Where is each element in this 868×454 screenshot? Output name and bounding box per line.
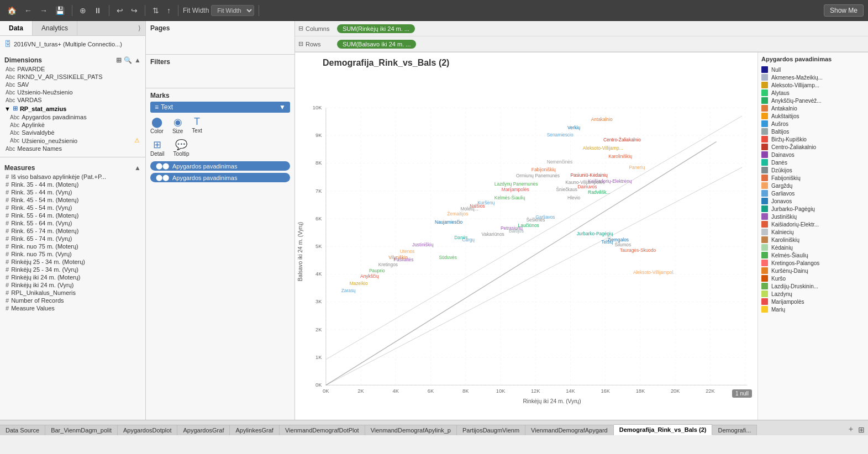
meas-rink65-mot[interactable]: # Rink. 65 - 74 m. (Moterų) bbox=[4, 227, 141, 235]
legend-item[interactable]: Marių bbox=[761, 305, 865, 313]
dim-PAVARDE[interactable]: Abc PAVARDE bbox=[4, 65, 141, 73]
legend-item[interactable]: Marijampolės bbox=[761, 298, 865, 305]
undo-button[interactable]: ↩ bbox=[114, 5, 126, 16]
legend-item[interactable]: Lazdijų-Druskinin... bbox=[761, 282, 865, 290]
dim-uzsienio-neuz[interactable]: Abc Užsienio_neužsienio ⚠ bbox=[9, 136, 141, 145]
meas-isviso[interactable]: # Iš viso balsavo apylinkėje (Pat.+P... bbox=[4, 173, 141, 181]
redo-button[interactable]: ↪ bbox=[128, 5, 140, 16]
grid-icon[interactable]: ⊞ bbox=[116, 56, 122, 64]
bottom-tab[interactable]: VienmandDemografApygard bbox=[525, 425, 614, 435]
legend-item[interactable]: Lazdynų bbox=[761, 290, 865, 298]
bottom-tab[interactable]: Demografija_Rink_vs_Bals (2) bbox=[614, 424, 713, 435]
legend-item[interactable]: Jonavos bbox=[761, 197, 865, 205]
legend-item[interactable]: Dzūkijos bbox=[761, 166, 865, 174]
legend-item[interactable]: Biržų-Kupiškio bbox=[761, 135, 865, 143]
dimensions-header-icons[interactable]: ⊞ 🔍 ▲ bbox=[116, 56, 141, 64]
meas-rink45-mot[interactable]: # Rink. 45 - 54 m. (Moterų) bbox=[4, 196, 141, 204]
add-datasource-button[interactable]: ⊕ bbox=[77, 5, 89, 16]
rows-pill[interactable]: SUM(Balsavo iki 24 m. ... bbox=[337, 40, 416, 49]
meas-rink55-mot[interactable]: # Rink. 55 - 64 m. (Moterų) bbox=[4, 212, 141, 219]
legend-item[interactable]: Antakalnio bbox=[761, 104, 865, 112]
bottom-tab[interactable]: Data Source bbox=[0, 425, 45, 435]
dim-savivaldybe[interactable]: Abc Savivaldybė bbox=[9, 129, 141, 136]
dim-RKND[interactable]: Abc RKND_V_AR_ISSIKELE_PATS bbox=[4, 73, 141, 81]
add-sheet-icon[interactable]: ＋ bbox=[846, 423, 856, 435]
legend-item[interactable]: Karoliniškių bbox=[761, 236, 865, 244]
legend-item[interactable]: Garliavos bbox=[761, 189, 865, 197]
legend-item[interactable]: Kalniecių bbox=[761, 228, 865, 236]
marks-size-item[interactable]: ◉ Size bbox=[172, 116, 183, 134]
bottom-tab[interactable]: ApylinkesGraf bbox=[230, 425, 279, 435]
meas-rink-nuo75-mot[interactable]: # Rink. nuo 75 m. (Moterų) bbox=[4, 242, 141, 250]
dim-measure-names[interactable]: Abc Measure Names bbox=[4, 145, 141, 152]
legend-item[interactable]: Kuršo bbox=[761, 274, 865, 282]
dim-apylinke[interactable]: Abc Apylinkė bbox=[9, 121, 141, 129]
legend-item[interactable]: Kuršėnų-Dainų bbox=[761, 267, 865, 274]
data-tab[interactable]: Data bbox=[0, 21, 33, 35]
meas-rink45-vyr[interactable]: # Rink. 45 - 54 m. (Vyrų) bbox=[4, 204, 141, 212]
meas-rink35-vyr[interactable]: # Rink. 35 - 44 m. (Vyrų) bbox=[4, 188, 141, 196]
dim-uzsienio[interactable]: Abc Užsienio-Neužsienio bbox=[4, 88, 141, 96]
legend-item[interactable]: Anykščių-Panevėž... bbox=[761, 97, 865, 104]
legend-item[interactable]: Alytaus bbox=[761, 89, 865, 97]
legend-item[interactable]: Kretingos-Palangos bbox=[761, 259, 865, 267]
show-me-button[interactable]: Show Me bbox=[824, 4, 864, 17]
marks-pill-2[interactable]: ⬤⬤ Apygardos pavadinimas bbox=[150, 173, 290, 182]
legend-item[interactable]: Dainavos bbox=[761, 151, 865, 159]
columns-pill[interactable]: SUM(Rinkėjų iki 24 m. ... bbox=[337, 24, 415, 33]
save-button[interactable]: 💾 bbox=[52, 5, 67, 16]
meas-rink35-mot[interactable]: # Rink. 35 - 44 m. (Moterų) bbox=[4, 181, 141, 188]
legend-item[interactable]: Danės bbox=[761, 159, 865, 166]
marks-color-item[interactable]: ⬤ Color bbox=[150, 116, 164, 134]
legend-item[interactable]: Kelmės-Šiaulių bbox=[761, 251, 865, 259]
back-button[interactable]: ← bbox=[22, 5, 35, 16]
marks-type-select[interactable]: ≡ Text ▼ bbox=[150, 102, 290, 113]
legend-item[interactable]: Aukštaitijos bbox=[761, 112, 865, 120]
analytics-tab[interactable]: Analytics bbox=[33, 21, 77, 35]
forward-button[interactable]: → bbox=[37, 5, 50, 16]
meas-rink-nuo75-vyr[interactable]: # Rink. nuo 75 m. (Vyrų) bbox=[4, 250, 141, 258]
legend-item[interactable]: Justiniškių bbox=[761, 213, 865, 220]
dim-VARDAS[interactable]: Abc VARDAS bbox=[4, 96, 141, 104]
marks-text-item[interactable]: T Text bbox=[192, 116, 202, 134]
meas-rpl[interactable]: # RPL_Unikalus_Numeris bbox=[4, 289, 141, 297]
bottom-tab[interactable]: ApygardosGraf bbox=[177, 425, 230, 435]
collapse-icon[interactable]: ▲ bbox=[134, 56, 141, 64]
bottom-tab[interactable]: VienmandDemografDotPlot bbox=[280, 425, 365, 435]
dim-SAV[interactable]: Abc SAV bbox=[4, 81, 141, 88]
pause-button[interactable]: ⏸ bbox=[91, 5, 104, 16]
legend-item[interactable]: Fabijoniškių bbox=[761, 174, 865, 182]
meas-measure-values[interactable]: # Measure Values bbox=[4, 304, 141, 312]
legend-item[interactable]: Aleksoto-Villijamp... bbox=[761, 81, 865, 89]
search-icon[interactable]: 🔍 bbox=[124, 56, 132, 64]
sort-asc-button[interactable]: ↑ bbox=[164, 5, 173, 16]
meas-rinkejų24-vyr[interactable]: # Rinkėjų iki 24 m. (Vyrų) bbox=[4, 281, 141, 289]
legend-item[interactable]: Jurbarko-Pagėgių bbox=[761, 205, 865, 213]
marks-pill-1[interactable]: ⬤⬤ Apygardos pavadinimas bbox=[150, 161, 290, 171]
swap-button[interactable]: ⇅ bbox=[150, 5, 162, 16]
dim-apygardos[interactable]: Abc Apygardos pavadinimas bbox=[9, 113, 141, 121]
bottom-tab[interactable]: Bar_VienmDagm_polit bbox=[45, 425, 118, 435]
panel-arrow[interactable]: ⟩ bbox=[134, 21, 145, 35]
legend-item[interactable]: Gargždų bbox=[761, 182, 865, 189]
legend-item[interactable]: Kaišiadorių-Elektr... bbox=[761, 220, 865, 228]
marks-tooltip-item[interactable]: 💬 Tooltip bbox=[173, 139, 190, 157]
bottom-tab[interactable]: PartijosDaugmVienm bbox=[457, 425, 525, 435]
bottom-tab[interactable]: Demografi... bbox=[712, 425, 757, 435]
legend-item[interactable]: Kėdainių bbox=[761, 244, 865, 251]
legend-item[interactable]: Centro-Žaliakalnio bbox=[761, 143, 865, 151]
meas-rinkejų25-mot[interactable]: # Rinkėjų 25 - 34 m. (Moterų) bbox=[4, 258, 141, 266]
meas-rinkejų24-mot[interactable]: # Rinkėjų iki 24 m. (Moterų) bbox=[4, 273, 141, 281]
legend-item[interactable]: Akmenes-Mažeikių... bbox=[761, 73, 865, 81]
meas-number-records[interactable]: # Number of Records bbox=[4, 297, 141, 304]
meas-rink55-vyr[interactable]: # Rink. 55 - 64 m. (Vyrų) bbox=[4, 219, 141, 227]
home-button[interactable]: 🏠 bbox=[4, 5, 19, 16]
data-source-row[interactable]: 🗄 2016VN_I_turas+ (Multiple Connectio...… bbox=[4, 38, 141, 50]
collapse-meas-icon[interactable]: ▲ bbox=[134, 164, 141, 172]
legend-item[interactable]: Null bbox=[761, 66, 865, 73]
fit-width-select[interactable]: Fit Width bbox=[211, 5, 254, 16]
legend-item[interactable]: Baltijos bbox=[761, 128, 865, 135]
folder-RP[interactable]: ▼ ⊞ RP_stat_amzius bbox=[4, 104, 141, 113]
bottom-tab[interactable]: ApygardosDotplot bbox=[118, 425, 177, 435]
bottom-tab[interactable]: VienmandDemografApylink_p bbox=[365, 425, 457, 435]
